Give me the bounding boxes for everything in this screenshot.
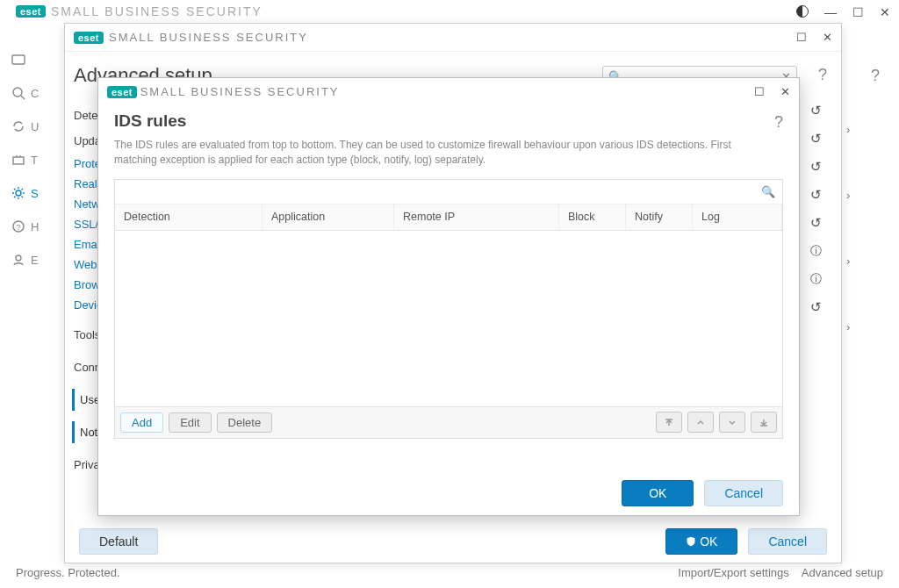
ids-rules-window: eset SMALL BUSINESS SECURITY ☐ ✕ IDS rul… (97, 77, 800, 516)
eset-pill-icon: eset (74, 32, 104, 44)
reset-icon[interactable]: ↺ (810, 103, 822, 118)
add-button[interactable]: Add (120, 412, 163, 433)
ids-rules-table-header: Detection Application Remote IP Block No… (115, 204, 782, 231)
contrast-icon[interactable] (796, 5, 809, 20)
main-window-controls: — ☐ ✕ (796, 5, 890, 20)
sidebar-item-account[interactable]: E (4, 253, 57, 267)
app-logo: eset SMALL BUSINESS SECURITY (107, 85, 340, 98)
status-text: Progress. Protected. (16, 566, 120, 579)
col-log[interactable]: Log (693, 204, 782, 230)
advanced-setup-link[interactable]: Advanced setup (802, 566, 883, 579)
help-icon[interactable]: ? (774, 113, 783, 132)
chevron-right-icon[interactable]: › (846, 255, 873, 268)
sidebar-item-scan[interactable]: C (4, 86, 57, 100)
svg-point-6 (16, 190, 21, 196)
sidebar-label: S (31, 187, 39, 200)
sidebar-label: T (31, 154, 38, 167)
cancel-button[interactable]: Cancel (704, 480, 783, 506)
ids-rules-title: IDS rules (98, 104, 799, 131)
col-notify[interactable]: Notify (626, 204, 693, 230)
maximize-icon[interactable]: ☐ (754, 85, 765, 98)
main-sidebar: C U T S ?H E (0, 49, 61, 558)
app-name: SMALL BUSINESS SECURITY (109, 31, 308, 44)
ids-rules-actions: Add Edit Delete (115, 406, 782, 438)
ids-rules-window-controls: ☐ ✕ (754, 85, 790, 98)
help-icon[interactable]: ? (871, 67, 880, 85)
ids-rules-footer: OK Cancel (98, 471, 799, 515)
minimize-icon[interactable]: — (824, 5, 837, 20)
sidebar-item-help[interactable]: ?H (4, 219, 57, 233)
cancel-button[interactable]: Cancel (748, 528, 827, 555)
col-remote-ip[interactable]: Remote IP (394, 204, 559, 230)
app-logo: eset SMALL BUSINESS SECURITY (74, 31, 308, 44)
ids-rules-table-body (115, 231, 782, 406)
ok-label: OK (700, 534, 717, 549)
ok-button[interactable]: OK (665, 528, 737, 555)
maximize-icon[interactable]: ☐ (796, 31, 807, 44)
move-top-icon (656, 412, 682, 433)
reset-icon[interactable]: ↺ (810, 299, 822, 315)
sidebar-item-update[interactable]: U (4, 119, 57, 133)
svg-text:?: ? (16, 223, 20, 232)
svg-rect-3 (13, 157, 24, 164)
ids-rules-search-row: 🔍 (115, 180, 782, 204)
reset-icon[interactable]: ↺ (810, 131, 822, 147)
advanced-setup-footer: Default OK Cancel (65, 520, 841, 563)
reset-icon[interactable]: ↺ (810, 215, 822, 231)
advanced-setup-right-icons: ↺ ↺ ↺ ↺ ↺ ⓘ ⓘ ↺ (802, 103, 829, 315)
sidebar-label: H (31, 220, 39, 233)
eset-pill-icon: eset (16, 5, 46, 18)
svg-point-1 (13, 88, 22, 97)
ids-rules-search-input[interactable] (122, 185, 761, 197)
col-application[interactable]: Application (263, 204, 394, 230)
chevron-right-icon[interactable]: › (846, 320, 873, 333)
sidebar-label: E (31, 254, 39, 267)
reset-icon[interactable]: ↺ (810, 159, 822, 175)
sidebar-label: C (31, 87, 39, 100)
delete-button: Delete (217, 412, 273, 433)
ids-rules-titlebar: eset SMALL BUSINESS SECURITY ☐ ✕ (98, 78, 799, 104)
help-icon[interactable]: ? (818, 66, 827, 84)
bg-footer-links: Import/Export settings Advanced setup (678, 566, 883, 579)
chevron-right-icon[interactable]: › (846, 123, 873, 136)
maximize-icon[interactable]: ☐ (852, 5, 864, 20)
eset-pill-icon: eset (107, 86, 137, 98)
edit-button: Edit (169, 412, 211, 433)
advanced-setup-window-controls: ☐ ✕ (796, 31, 832, 44)
import-export-link[interactable]: Import/Export settings (678, 566, 788, 579)
ids-rules-description: The IDS rules are evaluated from top to … (98, 131, 748, 179)
bg-expand-arrows: › › › › (846, 123, 873, 333)
main-titlebar: eset SMALL BUSINESS SECURITY — ☐ ✕ (0, 0, 899, 22)
move-down-icon (719, 412, 745, 433)
search-icon[interactable]: 🔍 (761, 185, 775, 198)
move-bottom-icon (751, 412, 777, 433)
info-icon[interactable]: ⓘ (810, 243, 822, 259)
svg-point-9 (16, 255, 21, 261)
sidebar-item-tools[interactable]: T (4, 153, 57, 167)
sidebar-label: U (31, 120, 39, 133)
col-detection[interactable]: Detection (115, 204, 263, 230)
ok-button[interactable]: OK (622, 480, 694, 506)
close-icon[interactable]: ✕ (880, 5, 890, 20)
ids-rules-panel: 🔍 Detection Application Remote IP Block … (114, 179, 783, 439)
shield-icon (686, 536, 696, 547)
default-button[interactable]: Default (79, 528, 158, 555)
svg-rect-0 (12, 55, 25, 64)
reset-icon[interactable]: ↺ (810, 187, 822, 203)
app-logo: eset SMALL BUSINESS SECURITY (16, 4, 263, 18)
app-name: SMALL BUSINESS SECURITY (51, 4, 263, 18)
order-buttons (656, 412, 777, 433)
sidebar-item-setup[interactable]: S (4, 186, 57, 200)
advanced-setup-titlebar: eset SMALL BUSINESS SECURITY ☐ ✕ (65, 24, 841, 52)
col-block[interactable]: Block (559, 204, 626, 230)
chevron-right-icon[interactable]: › (846, 189, 873, 202)
svg-line-2 (21, 96, 25, 99)
info-icon[interactable]: ⓘ (810, 271, 822, 287)
close-icon[interactable]: ✕ (780, 85, 790, 98)
move-up-icon (687, 412, 714, 433)
app-name: SMALL BUSINESS SECURITY (140, 85, 340, 98)
close-icon[interactable]: ✕ (823, 31, 832, 44)
sidebar-item-overview[interactable] (4, 53, 57, 67)
